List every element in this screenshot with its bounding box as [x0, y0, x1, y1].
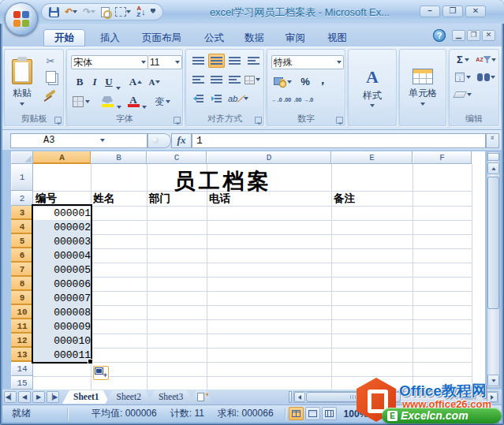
find-select-button[interactable]	[476, 70, 496, 84]
expand-formula-bar-button[interactable]: «	[486, 133, 499, 148]
tab-formulas[interactable]: 公式	[193, 29, 235, 47]
autosum-button[interactable]: Σ	[452, 53, 474, 66]
font-name-combo[interactable]: 宋体	[71, 55, 148, 69]
help-button[interactable]: ?	[433, 29, 446, 42]
number-dialog-launcher[interactable]	[336, 117, 343, 124]
qat-customize-button[interactable]	[149, 5, 157, 19]
cut-button[interactable]: ✂	[42, 54, 59, 68]
column-header-a[interactable]: A	[33, 151, 91, 164]
align-right-button[interactable]	[226, 73, 243, 87]
font-size-combo[interactable]: 11	[147, 55, 182, 69]
autofill-options-button[interactable]: +	[93, 366, 109, 380]
column-header-b[interactable]: B	[91, 151, 147, 164]
minimize-button[interactable]: –	[420, 6, 440, 17]
fill-color-button[interactable]	[96, 94, 118, 110]
page-layout-view-button[interactable]	[305, 407, 320, 420]
alignment-dialog-launcher[interactable]	[255, 117, 262, 124]
paste-button[interactable]: 粘贴	[7, 54, 37, 110]
tab-review[interactable]: 审阅	[274, 29, 316, 47]
row-header-8[interactable]: 8	[11, 277, 33, 291]
row-header-1[interactable]: 1	[11, 164, 33, 191]
font-dialog-launcher[interactable]	[174, 117, 181, 124]
horizontal-scrollbar[interactable]	[293, 391, 498, 403]
cell-styles-button[interactable]: A 样式	[354, 54, 390, 120]
column-header-e[interactable]: E	[331, 151, 413, 164]
format-painter-button[interactable]	[42, 87, 59, 101]
column-header-f[interactable]: F	[413, 151, 472, 164]
underline-button[interactable]: U	[103, 75, 115, 89]
copy-button[interactable]	[42, 69, 59, 84]
comma-style-button[interactable]: ，	[315, 73, 330, 88]
row-header-15[interactable]: 15	[11, 376, 33, 390]
number-format-combo[interactable]: 特殊	[271, 55, 344, 69]
scroll-up-button[interactable]	[487, 162, 499, 174]
row-header-12[interactable]: 12	[11, 334, 33, 348]
accounting-format-button[interactable]	[271, 74, 293, 89]
clipboard-dialog-launcher[interactable]	[54, 117, 62, 124]
sheet-tab-sheet3[interactable]: Sheet3	[147, 390, 194, 404]
cell-c2[interactable]: 部门	[147, 191, 209, 206]
undo-button[interactable]: ↶	[63, 5, 79, 19]
normal-view-button[interactable]	[289, 407, 304, 420]
row-header-9[interactable]: 9	[11, 291, 33, 305]
restore-button[interactable]: ❐	[442, 6, 463, 17]
tab-page-layout[interactable]: 页面布局	[131, 29, 192, 47]
cell-d2[interactable]: 电话	[207, 191, 334, 206]
office-button[interactable]	[5, 2, 38, 35]
doc-close-button[interactable]: ✕	[482, 30, 495, 41]
font-color-dropdown[interactable]	[142, 99, 147, 114]
align-left-button[interactable]	[190, 73, 207, 87]
cell-b2[interactable]: 姓名	[91, 191, 149, 206]
increase-indent-button[interactable]	[208, 91, 225, 106]
decrease-indent-button[interactable]	[190, 91, 207, 106]
insert-function-button[interactable]: fx	[171, 133, 192, 148]
select-all-corner[interactable]	[11, 151, 33, 164]
zoom-slider-thumb[interactable]	[405, 409, 411, 419]
align-bottom-button[interactable]	[226, 54, 243, 68]
scroll-right-button[interactable]	[487, 392, 498, 402]
clear-button[interactable]	[452, 88, 474, 101]
tab-home[interactable]: 开始	[43, 29, 85, 47]
save-button[interactable]	[47, 5, 61, 19]
cells-button[interactable]: 单元格	[403, 54, 442, 120]
vertical-scroll-thumb[interactable]	[487, 177, 499, 309]
row-header-7[interactable]: 7	[11, 263, 33, 277]
tab-data[interactable]: 数据	[233, 29, 275, 47]
name-box-grip[interactable]	[147, 133, 171, 148]
prev-sheet-button[interactable]: ◀	[18, 391, 31, 403]
orientation-button[interactable]: ab⟋	[228, 91, 248, 106]
increase-decimal-button[interactable]: ←.0 .00	[271, 93, 292, 106]
doc-minimize-button[interactable]: ▁	[452, 30, 465, 41]
row-header-10[interactable]: 10	[11, 305, 33, 319]
fill-handle[interactable]	[88, 359, 93, 364]
sort-az-button[interactable]: AZ ↓	[135, 5, 147, 19]
last-sheet-button[interactable]: ▕▶	[47, 391, 59, 403]
font-color-button[interactable]: A	[125, 92, 142, 110]
horizontal-scroll-thumb[interactable]	[306, 392, 401, 402]
first-sheet-button[interactable]: ◀▏	[4, 391, 17, 403]
doc-restore-button[interactable]: ❐	[467, 30, 480, 41]
tab-insert[interactable]: 插入	[89, 29, 131, 47]
align-top-button[interactable]	[190, 54, 207, 68]
formula-input[interactable]: 1	[192, 133, 486, 148]
align-center-button[interactable]	[208, 73, 225, 87]
zoom-slider[interactable]	[374, 412, 445, 416]
name-box[interactable]: A3	[10, 133, 147, 148]
row-header-11[interactable]: 11	[11, 319, 33, 334]
redo-button[interactable]: ↷	[81, 5, 97, 19]
grow-font-button[interactable]: A	[128, 75, 144, 89]
percent-style-button[interactable]: %	[297, 74, 314, 89]
zoom-level[interactable]: 100%	[344, 408, 368, 419]
tab-scrollbar-splitter[interactable]	[289, 391, 292, 403]
italic-button[interactable]: I	[88, 75, 101, 89]
next-sheet-button[interactable]: ▶	[32, 391, 45, 403]
close-button[interactable]: ✕	[465, 6, 486, 17]
vertical-split-handle[interactable]	[487, 153, 499, 161]
row-header-3[interactable]: 3	[11, 206, 33, 220]
fill-color-dropdown[interactable]	[117, 99, 121, 114]
row-header-5[interactable]: 5	[11, 234, 33, 248]
underline-dropdown[interactable]	[116, 80, 121, 95]
page-break-view-button[interactable]	[322, 407, 337, 420]
bold-button[interactable]: B	[73, 75, 87, 89]
decrease-decimal-button[interactable]: .00 →.0	[293, 93, 314, 106]
